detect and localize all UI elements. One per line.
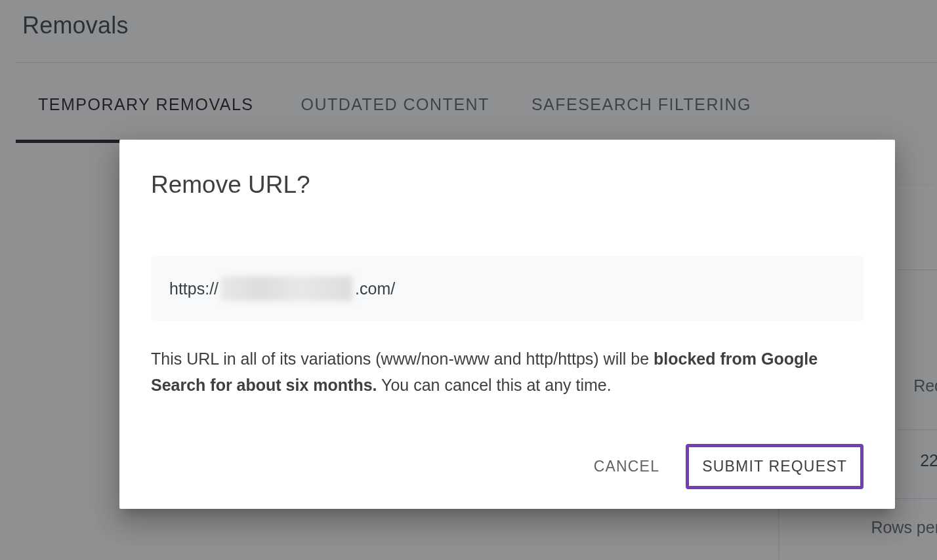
url-prefix: https:// [169, 279, 219, 298]
dialog-description: This URL in all of its variations (www/n… [151, 346, 864, 398]
dialog-actions: CANCEL SUBMIT REQUEST [151, 444, 864, 489]
url-display-box: https:// .com/ [151, 256, 864, 321]
remove-url-dialog: Remove URL? https:// .com/ This URL in a… [119, 140, 895, 509]
description-pre: This URL in all of its variations (www/n… [151, 350, 654, 368]
submit-request-button[interactable]: SUBMIT REQUEST [686, 444, 864, 489]
dialog-title: Remove URL? [151, 171, 864, 199]
url-redacted-domain [221, 276, 352, 301]
cancel-button[interactable]: CANCEL [583, 449, 671, 485]
url-suffix: .com/ [355, 279, 395, 298]
description-post: You can cancel this at any time. [377, 376, 612, 394]
